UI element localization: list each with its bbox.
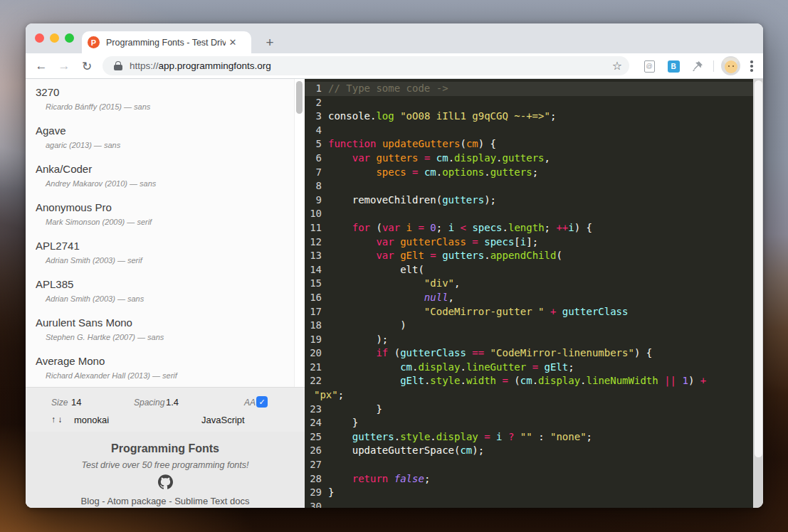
- code-text[interactable]: null,: [328, 291, 454, 305]
- extension-b-button[interactable]: B: [663, 56, 683, 76]
- code-line[interactable]: 2: [305, 96, 753, 110]
- code-text[interactable]: elt(: [328, 263, 424, 277]
- code-line[interactable]: "px";: [305, 388, 753, 403]
- sidebar-scrollbar[interactable]: [294, 79, 305, 387]
- browser-menu-icon[interactable]: [742, 56, 762, 76]
- code-line[interactable]: 4: [305, 124, 753, 138]
- code-text[interactable]: specs = cm.options.gutters;: [328, 166, 538, 180]
- code-line[interactable]: 21 cm.display.lineGutter = gElt;: [305, 361, 753, 375]
- font-list-item[interactable]: Average MonoRichard Alexander Hall (2013…: [26, 348, 305, 386]
- code-text[interactable]: gElt.style.width = (cm.display.lineNumWi…: [328, 374, 706, 388]
- code-text[interactable]: gutters.style.display = i ? "" : "none";: [328, 430, 592, 445]
- font-list-item[interactable]: Anonymous ProMark Simonson (2009) — seri…: [26, 194, 305, 233]
- code-line[interactable]: 3console.log "oO08 iIlL1 g9qCGQ ~-+=>";: [305, 110, 753, 124]
- code-line[interactable]: 20 if (gutterClass == "CodeMirror-linenu…: [305, 346, 753, 361]
- code-line[interactable]: 26 updateGutterSpace(cm);: [305, 444, 753, 458]
- code-text[interactable]: var gutters = cm.display.gutters,: [328, 151, 550, 166]
- code-line[interactable]: 23 }: [305, 403, 753, 417]
- reload-icon[interactable]: ↻: [77, 56, 97, 76]
- theme-select[interactable]: monokai: [74, 415, 109, 425]
- code-line[interactable]: 27: [305, 458, 753, 472]
- code-text[interactable]: return false;: [328, 472, 430, 486]
- page-scrollbar[interactable]: [753, 79, 763, 508]
- code-text[interactable]: for (var i = 0; i < specs.length; ++i) {: [328, 221, 592, 235]
- code-line[interactable]: 17 "CodeMirror-gutter " + gutterClass: [305, 305, 753, 319]
- font-name[interactable]: 3270: [36, 86, 305, 98]
- tab-close-icon[interactable]: ✕: [227, 38, 238, 47]
- code-line[interactable]: 25 gutters.style.display = i ? "" : "non…: [305, 430, 753, 445]
- code-line[interactable]: 30: [305, 500, 753, 508]
- code-text[interactable]: cm.display.lineGutter = gElt;: [328, 361, 574, 375]
- font-name[interactable]: Anonymous Pro: [36, 201, 305, 213]
- footer-link[interactable]: Blog: [81, 496, 100, 506]
- code-line[interactable]: 5function updateGutters(cm) {: [305, 137, 753, 151]
- code-text[interactable]: }: [328, 486, 334, 500]
- footer-link[interactable]: Atom package: [107, 496, 166, 506]
- font-list-item[interactable]: APL2741Adrian Smith (2003) — serif: [26, 233, 305, 271]
- code-editor[interactable]: 1// Type some code ->23console.log "oO08…: [305, 79, 753, 508]
- code-line[interactable]: 29}: [305, 486, 753, 500]
- code-text[interactable]: "CodeMirror-gutter " + gutterClass: [328, 305, 628, 319]
- url-text[interactable]: https://app.programmingfonts.org: [130, 60, 271, 71]
- code-line[interactable]: 24 }: [305, 416, 753, 430]
- code-line[interactable]: 1// Type some code ->: [305, 82, 753, 96]
- code-line[interactable]: 6 var gutters = cm.display.gutters,: [305, 151, 753, 166]
- code-line[interactable]: 11 for (var i = 0; i < specs.length; ++i…: [305, 221, 753, 235]
- code-line[interactable]: 18 ): [305, 319, 753, 333]
- back-icon[interactable]: ←: [31, 56, 51, 76]
- bookmark-star-icon[interactable]: ☆: [612, 59, 622, 73]
- code-line[interactable]: 13 var gElt = gutters.appendChild(: [305, 249, 753, 263]
- code-line[interactable]: 14 elt(: [305, 263, 753, 277]
- font-name[interactable]: Aurulent Sans Mono: [36, 316, 305, 329]
- font-name[interactable]: Anka/Coder: [36, 163, 305, 175]
- close-window-button[interactable]: [35, 33, 44, 43]
- code-line[interactable]: 16 null,: [305, 291, 753, 305]
- code-line[interactable]: 28 return false;: [305, 472, 753, 486]
- code-line[interactable]: 22 gElt.style.width = (cm.display.lineNu…: [305, 374, 753, 388]
- font-list-item[interactable]: Anka/CoderAndrey Makarov (2010) — sans: [26, 156, 305, 194]
- new-tab-button[interactable]: +: [258, 31, 281, 53]
- code-text[interactable]: "div",: [328, 277, 460, 291]
- font-list-item[interactable]: APL385Adrian Smith (2003) — sans: [26, 271, 305, 309]
- extension-doc-button[interactable]: @: [639, 56, 659, 76]
- address-bar[interactable]: https://app.programmingfonts.org ☆: [103, 56, 629, 75]
- code-line[interactable]: 15 "div",: [305, 277, 753, 291]
- fullscreen-window-button[interactable]: [65, 33, 74, 43]
- font-name[interactable]: APL385: [36, 278, 305, 290]
- code-text[interactable]: removeChildren(gutters);: [328, 193, 496, 208]
- code-line[interactable]: 19 );: [305, 333, 753, 347]
- pin-extension-button[interactable]: [688, 56, 708, 76]
- code-text[interactable]: if (gutterClass == "CodeMirror-linenumbe…: [328, 346, 652, 361]
- code-text[interactable]: }: [328, 416, 358, 430]
- code-text[interactable]: }: [328, 403, 382, 417]
- footer-link[interactable]: Sublime Text docs: [174, 496, 249, 506]
- browser-tab[interactable]: P Programming Fonts - Test Driv ✕: [82, 31, 251, 53]
- code-text[interactable]: // Type some code ->: [328, 82, 448, 96]
- code-text[interactable]: function updateGutters(cm) {: [328, 137, 496, 151]
- code-line[interactable]: 7 specs = cm.options.gutters;: [305, 166, 753, 180]
- code-text[interactable]: "px";: [314, 388, 344, 403]
- sidebar-scrollbar-thumb[interactable]: [296, 81, 303, 114]
- code-line[interactable]: 8: [305, 179, 753, 193]
- font-name[interactable]: APL2741: [36, 240, 305, 252]
- font-list-item[interactable]: Agaveagaric (2013) — sans: [26, 117, 305, 156]
- size-value[interactable]: 14: [71, 397, 81, 408]
- font-name[interactable]: Agave: [36, 124, 305, 137]
- code-text[interactable]: ): [328, 319, 406, 333]
- github-link[interactable]: [26, 474, 305, 492]
- font-name[interactable]: Average Mono: [36, 355, 305, 367]
- code-line[interactable]: 10: [305, 207, 753, 221]
- language-select[interactable]: JavaScript: [201, 415, 245, 425]
- profile-avatar[interactable]: [721, 56, 740, 75]
- code-text[interactable]: var gutterClass = specs[i];: [328, 235, 538, 250]
- page-scrollbar-thumb[interactable]: [755, 80, 762, 457]
- code-line[interactable]: 9 removeChildren(gutters);: [305, 193, 753, 208]
- font-list-item[interactable]: 3270Ricardo Bánffy (2015) — sans: [26, 79, 305, 117]
- forward-icon[interactable]: →: [54, 56, 74, 76]
- code-text[interactable]: );: [328, 333, 388, 347]
- aa-checkbox[interactable]: ✓: [256, 396, 268, 408]
- spacing-value[interactable]: 1.4: [166, 397, 179, 408]
- code-line[interactable]: 12 var gutterClass = specs[i];: [305, 235, 753, 250]
- font-list-item[interactable]: Aurulent Sans MonoStephen G. Hartke (200…: [26, 309, 305, 348]
- code-text[interactable]: console.log "oO08 iIlL1 g9qCGQ ~-+=>";: [328, 110, 556, 124]
